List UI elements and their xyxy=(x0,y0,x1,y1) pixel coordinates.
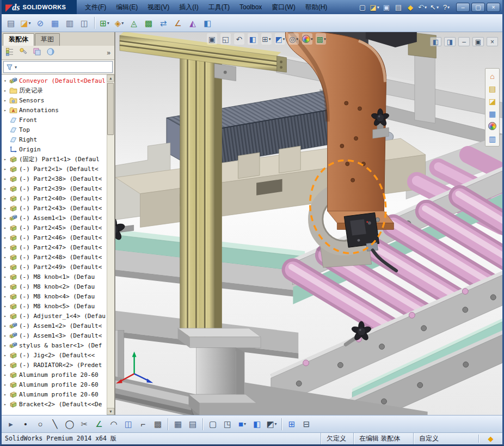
appearances[interactable] xyxy=(486,120,499,132)
expand-arrow-icon[interactable]: ▸ xyxy=(3,196,8,201)
tree-item-root[interactable]: ▾ Conveyor (Default<Defaul xyxy=(3,76,106,85)
menu-file[interactable]: 文件(F) xyxy=(80,0,111,14)
design-library[interactable]: ▤ xyxy=(486,82,499,95)
sketch-pattern[interactable]: ▩ xyxy=(151,417,165,431)
status-constraint[interactable]: 欠定义 xyxy=(321,433,353,444)
sketch-point[interactable]: • xyxy=(19,417,33,431)
file-explorer[interactable]: ◪ xyxy=(486,95,499,107)
print[interactable]: ▤ xyxy=(393,2,404,13)
tree-item-sensors[interactable]: ▸ Sensors xyxy=(3,95,106,105)
plane-display[interactable]: ▤ xyxy=(186,417,200,431)
tree-item-m8-knob-1[interactable]: ▸ (-) M8 knob<1> (Defau xyxy=(3,272,106,282)
shaded-mode[interactable]: ■▾ xyxy=(235,417,249,431)
expand-arrow-icon[interactable]: ▸ xyxy=(3,392,8,397)
linear-component-pattern[interactable]: ▦ xyxy=(48,16,62,30)
sketch-mirror[interactable]: ◫ xyxy=(121,417,136,431)
open-document[interactable]: ◪▾ xyxy=(19,16,33,30)
expand-arrow-icon[interactable]: ▸ xyxy=(3,186,8,191)
aluminum-column[interactable] xyxy=(180,48,222,344)
hide-show-items[interactable]: ◎▾ xyxy=(288,33,299,45)
tree-filter[interactable]: ▾ xyxy=(3,61,113,73)
tree-item-front-plane[interactable]: Front xyxy=(3,115,106,125)
select[interactable]: ↖▾ xyxy=(429,2,440,13)
solidworks-resources[interactable]: ⌂ xyxy=(486,70,499,82)
tree-item-part2-38[interactable]: ▸ (-) Part2<38> (Default< xyxy=(3,174,106,184)
exploded-view[interactable]: ◬ xyxy=(127,16,141,30)
expand-arrow-icon[interactable]: ▸ xyxy=(3,245,8,250)
section-properties[interactable]: ◧ xyxy=(200,16,214,30)
help[interactable]: ?▾ xyxy=(441,2,452,13)
tree-item-part2-43[interactable]: ▸ (-) Part2<43> (Default< xyxy=(3,203,106,213)
tree-item-m8-knob-2[interactable]: ▸ (-) M8 knob<2> (Defau xyxy=(3,282,106,291)
expand-arrow-icon[interactable]: ▸ xyxy=(3,333,8,338)
assembly-features[interactable]: ▩ xyxy=(142,16,156,30)
menu-window[interactable]: 窗口(W) xyxy=(267,0,300,14)
expand-arrow-icon[interactable]: ▸ xyxy=(3,98,8,103)
tree-item-annotations[interactable]: ▸ A Annotations xyxy=(3,105,106,115)
expand-arrow-icon[interactable]: ▸ xyxy=(3,108,8,113)
measure[interactable]: ∠ xyxy=(171,16,185,30)
quick-tips-icon[interactable]: ◆ xyxy=(478,435,502,443)
tree-item-right-plane[interactable]: Right xyxy=(3,135,106,144)
zoom-area[interactable]: ◱ xyxy=(220,33,231,45)
menu-insert[interactable]: 插入(I) xyxy=(174,0,203,14)
tree-item-radiator[interactable]: ▸ (-) RADIATOR<2> (Predet xyxy=(3,360,106,370)
expand-arrow-icon[interactable]: ▸ xyxy=(3,363,8,368)
expand-arrow-icon[interactable]: ▸ xyxy=(3,314,8,319)
tree-item-assem1-1[interactable]: ▸ (-) Assem1<1> (Default< xyxy=(3,213,106,223)
mate[interactable]: ⊘ xyxy=(33,16,47,30)
panel-overflow-chevron[interactable]: » xyxy=(107,49,112,57)
tree-item-assem1-2[interactable]: ▸ (-) Assem1<2> (Default< xyxy=(3,321,106,331)
tree-item-alu-profile-2[interactable]: ▸ Aluminum profile 20-60 xyxy=(3,380,106,389)
expand-arrow-icon[interactable]: ▸ xyxy=(3,343,8,348)
tree-item-m8-knob-4[interactable]: ▸ (-) M8 knob<4> (Defau xyxy=(3,291,106,301)
previous-view[interactable]: ↶ xyxy=(234,33,244,45)
expand-arrow-icon[interactable]: ▾ xyxy=(3,78,8,83)
expand-arrow-icon[interactable]: ▸ xyxy=(3,402,8,407)
display-style[interactable]: ◩▾ xyxy=(275,33,285,45)
save[interactable]: ▣ xyxy=(381,2,392,13)
tree-item-part2-45[interactable]: ▸ (-) Part2<45> (Default< xyxy=(3,223,106,233)
view-palette[interactable]: ▦ xyxy=(486,107,499,120)
sketch-arc[interactable]: ◠ xyxy=(107,417,121,431)
expand-arrow-icon[interactable]: ▸ xyxy=(3,88,8,93)
model-view[interactable] xyxy=(115,32,502,415)
error-report[interactable]: ◆ xyxy=(405,2,416,13)
sketch-ellipse[interactable]: ◯ xyxy=(63,417,77,431)
hidden-lines-mode[interactable]: ◳ xyxy=(220,417,235,431)
tree-item-alu-profile-3[interactable]: ▸ Aluminum profile 20-60 xyxy=(3,389,106,399)
expand-arrow-icon[interactable]: ▸ xyxy=(3,176,8,181)
custom-properties[interactable]: ▥ xyxy=(486,132,499,145)
wireframe-mode[interactable]: ▢ xyxy=(206,417,220,431)
configurationmanager[interactable] xyxy=(31,47,43,59)
menu-edit[interactable]: 编辑(E) xyxy=(111,0,143,14)
menu-help[interactable]: 帮助(H) xyxy=(300,0,333,14)
expand-arrow-icon[interactable]: ▸ xyxy=(3,206,8,211)
section-view[interactable]: ◧ xyxy=(248,33,258,45)
tree-item-bracket[interactable]: ▸ Bracket<2> (Default<<De xyxy=(3,399,106,409)
tab-sketch[interactable]: 草图 xyxy=(35,33,60,46)
expand-arrow-icon[interactable]: ▸ xyxy=(3,235,8,240)
restore-document[interactable]: ▣ xyxy=(472,37,484,46)
tree-item-part1[interactable]: ▸ (固定) Part1<1> (Defaul xyxy=(3,154,106,164)
tree-item-jig[interactable]: ▸ (-) Jig<2> (Default<< xyxy=(3,350,106,360)
tree-item-alu-profile-1[interactable]: ▸ Aluminum profile 20-60 xyxy=(3,370,106,380)
expand-arrow-icon[interactable]: ▸ xyxy=(3,225,8,230)
tree-item-part2-47[interactable]: ▸ (-) Part2<47> (Default< xyxy=(3,242,106,252)
tree-item-part2-39[interactable]: ▸ (-) Part2<39> (Default< xyxy=(3,184,106,193)
status-custom[interactable]: 自定义 xyxy=(413,433,478,444)
sketch-line[interactable]: ╲ xyxy=(48,417,62,431)
expand-arrow-icon[interactable]: ▸ xyxy=(3,265,8,270)
tree-item-top-plane[interactable]: Top xyxy=(3,125,106,135)
sketch-trim[interactable]: ✂ xyxy=(77,417,91,431)
expand-arrow-icon[interactable]: ▸ xyxy=(3,382,8,387)
undo[interactable]: ↶▾ xyxy=(417,2,428,13)
expand-arrow-icon[interactable]: ▸ xyxy=(3,216,8,221)
smart-fasteners[interactable]: ◈▾ xyxy=(112,16,126,30)
expand-arrow-icon[interactable]: ▸ xyxy=(3,323,8,328)
tree-item-origin[interactable]: Origin xyxy=(3,144,106,154)
tree-item-part2-1[interactable]: ▸ (-) Part2<1> (Default< xyxy=(3,164,106,174)
expand-arrow-icon[interactable]: ▸ xyxy=(3,294,8,299)
minimize-document[interactable]: – xyxy=(458,37,470,46)
expand-arrow-icon[interactable]: ▸ xyxy=(3,284,8,289)
